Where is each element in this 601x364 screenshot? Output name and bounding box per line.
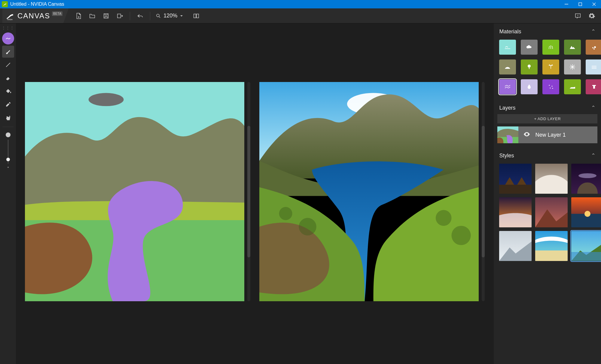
- svg-rect-4: [117, 14, 121, 18]
- toolbar-divider: [130, 12, 130, 20]
- svg-point-33: [578, 173, 596, 178]
- svg-point-21: [528, 65, 531, 68]
- grip-icon: ⋮⋮⋮: [2, 26, 14, 30]
- toolbar-divider: [150, 12, 150, 20]
- material-sea[interactable]: [499, 79, 516, 94]
- styles-grid: [494, 162, 601, 267]
- zoom-value: 120%: [163, 13, 177, 19]
- brush-size-min-icon: [8, 167, 9, 168]
- svg-point-17: [452, 226, 471, 245]
- styles-title: Styles: [499, 153, 514, 159]
- svg-rect-0: [565, 4, 568, 5]
- gear-icon: [588, 12, 595, 20]
- close-button[interactable]: [587, 0, 601, 8]
- canvas-area: [16, 23, 494, 364]
- chevron-up-icon: ⌃: [591, 152, 596, 159]
- svg-point-24: [552, 86, 553, 87]
- right-panel: Materials ⌃ Layers ⌃ + ADD LAYER New Lay…: [494, 23, 601, 364]
- settings-button[interactable]: [585, 10, 598, 22]
- style-red-mountain[interactable]: [535, 197, 568, 227]
- undo-button[interactable]: [134, 10, 146, 22]
- material-hill[interactable]: [499, 59, 516, 74]
- materials-header[interactable]: Materials ⌃: [494, 23, 601, 38]
- style-ocean-sunset[interactable]: [571, 197, 601, 227]
- material-bush[interactable]: [542, 59, 559, 74]
- eyedropper-tool[interactable]: [2, 99, 14, 111]
- svg-point-18: [592, 47, 593, 48]
- pan-tool[interactable]: [2, 112, 14, 124]
- svg-point-19: [594, 46, 596, 48]
- nvidia-logo-icon: NVIDIA: [5, 11, 14, 20]
- titlebar: Untitled - NVIDIA Canvas: [0, 0, 601, 8]
- chevron-up-icon: ⌃: [591, 28, 596, 35]
- svg-rect-3: [104, 14, 108, 18]
- segmentation-canvas[interactable]: [25, 82, 244, 301]
- style-cloudy-peak[interactable]: [535, 164, 568, 194]
- style-sunset-clouds[interactable]: [499, 197, 532, 227]
- style-night-desert[interactable]: [499, 164, 532, 194]
- svg-rect-1: [579, 3, 582, 6]
- material-stars[interactable]: [542, 79, 559, 94]
- svg-point-14: [279, 207, 292, 220]
- material-sky[interactable]: [499, 40, 516, 55]
- minimize-button[interactable]: [560, 0, 573, 8]
- visibility-toggle[interactable]: [523, 131, 530, 139]
- split-view-button[interactable]: [190, 10, 203, 22]
- layers-title: Layers: [499, 105, 515, 111]
- svg-rect-6: [194, 14, 196, 18]
- svg-point-23: [549, 85, 550, 86]
- svg-rect-28: [593, 86, 595, 89]
- open-file-button[interactable]: [86, 10, 99, 22]
- material-sand[interactable]: [564, 79, 581, 94]
- tool-strip: ⋮⋮⋮: [0, 23, 16, 364]
- svg-point-26: [552, 88, 553, 89]
- svg-point-10: [89, 93, 124, 106]
- maximize-button[interactable]: [573, 0, 587, 8]
- add-layer-button[interactable]: + ADD LAYER: [497, 114, 597, 123]
- svg-text:NVIDIA: NVIDIA: [7, 18, 13, 20]
- svg-point-38: [584, 211, 590, 217]
- material-river[interactable]: [521, 79, 538, 94]
- line-tool[interactable]: [2, 59, 14, 71]
- layers-header[interactable]: Layers ⌃: [494, 100, 601, 114]
- svg-rect-22: [529, 67, 529, 69]
- fill-tool[interactable]: [2, 85, 14, 97]
- new-file-button[interactable]: [72, 10, 85, 22]
- material-mountain[interactable]: [564, 40, 581, 55]
- export-button[interactable]: [114, 10, 126, 22]
- material-cloud[interactable]: [521, 40, 538, 55]
- material-rock[interactable]: [586, 79, 601, 94]
- style-tropical-beach[interactable]: [535, 231, 568, 261]
- material-tree[interactable]: [521, 59, 538, 74]
- feedback-button[interactable]: [572, 10, 584, 22]
- render-preview[interactable]: [259, 82, 479, 301]
- svg-point-5: [157, 14, 159, 17]
- style-alpine-lake[interactable]: [571, 231, 601, 261]
- render-scrollbar[interactable]: [482, 82, 485, 301]
- svg-point-20: [593, 48, 595, 50]
- style-arch-milkyway[interactable]: [571, 164, 601, 194]
- zoom-control[interactable]: 120%: [153, 11, 186, 20]
- brush-size-slider[interactable]: [0, 130, 16, 171]
- segmentation-scrollbar[interactable]: [247, 82, 250, 301]
- layer-row[interactable]: New Layer 1: [497, 126, 597, 143]
- beta-badge: BETA: [52, 11, 63, 16]
- eraser-tool[interactable]: [2, 72, 14, 84]
- styles-header[interactable]: Styles ⌃: [494, 147, 601, 162]
- material-grass[interactable]: [542, 40, 559, 55]
- materials-grid: [494, 38, 601, 100]
- brush-size-max-icon: [6, 132, 11, 137]
- material-tool[interactable]: [2, 32, 14, 44]
- material-fog[interactable]: [586, 59, 601, 74]
- chevron-up-icon: ⌃: [591, 105, 596, 111]
- brush-tool[interactable]: [2, 46, 14, 58]
- material-dirt[interactable]: [586, 40, 601, 55]
- layer-thumbnail: [497, 126, 518, 143]
- svg-rect-43: [571, 252, 601, 261]
- svg-rect-41: [535, 250, 568, 261]
- save-button[interactable]: [100, 10, 112, 22]
- style-snow-valley[interactable]: [499, 231, 532, 261]
- svg-rect-27: [592, 85, 596, 86]
- material-snow[interactable]: [564, 59, 581, 74]
- svg-point-25: [550, 88, 551, 89]
